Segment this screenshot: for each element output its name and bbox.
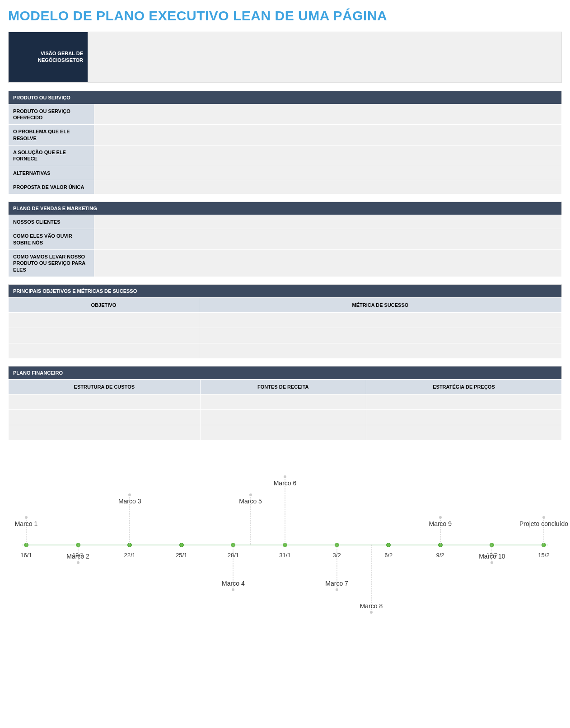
column-header: FONTES DE RECEITA bbox=[200, 379, 366, 394]
table-cell[interactable] bbox=[9, 394, 201, 409]
row-label: PROPOSTA DE VALOR ÚNICA bbox=[9, 180, 94, 194]
row-value[interactable] bbox=[94, 104, 562, 125]
row-value[interactable] bbox=[94, 229, 562, 250]
column-header: MÉTRICA DE SUCESSO bbox=[199, 297, 561, 312]
table-cell[interactable] bbox=[9, 409, 201, 425]
objectives-header: PRINCIPAIS OBJETIVOS E MÉTRICAS DE SUCES… bbox=[8, 284, 562, 297]
column-header: OBJETIVO bbox=[9, 297, 199, 312]
column-header: ESTRUTURA DE CUSTOS bbox=[9, 379, 201, 394]
row-label: ALTERNATIVAS bbox=[9, 166, 94, 180]
timeline-chart: 16/119/122/125/128/131/13/26/29/212/215/… bbox=[8, 463, 562, 626]
milestone-label: Marco 8 bbox=[360, 602, 383, 610]
row-label: NOSSOS CLIENTES bbox=[9, 215, 94, 229]
row-value[interactable] bbox=[94, 125, 562, 146]
milestone-dot bbox=[491, 561, 493, 564]
milestone-label: Marco 1 bbox=[15, 520, 38, 527]
milestone-dot bbox=[370, 611, 373, 614]
row-label: O PROBLEMA QUE ELE RESOLVE bbox=[9, 125, 94, 146]
sales-section: PLANO DE VENDAS E MARKETING NOSSOS CLIEN… bbox=[8, 202, 562, 277]
table-cell[interactable] bbox=[9, 343, 199, 358]
table-cell[interactable] bbox=[366, 394, 561, 409]
axis-tick-label: 16/1 bbox=[20, 552, 32, 559]
milestone-dot bbox=[284, 475, 286, 478]
milestone-dot bbox=[128, 493, 131, 496]
objectives-section: PRINCIPAIS OBJETIVOS E MÉTRICAS DE SUCES… bbox=[8, 284, 562, 359]
row-value[interactable] bbox=[94, 250, 562, 277]
row-value[interactable] bbox=[94, 215, 562, 229]
milestone-label: Marco 9 bbox=[429, 520, 452, 527]
table-cell[interactable] bbox=[200, 409, 366, 425]
axis-tick-label: 22/1 bbox=[124, 552, 135, 559]
milestone-dot bbox=[77, 561, 79, 564]
axis-tick bbox=[179, 543, 184, 547]
sales-header: PLANO DE VENDAS E MARKETING bbox=[8, 202, 562, 215]
financial-header: PLANO FINANCEIRO bbox=[8, 366, 562, 379]
milestone-label: Marco 6 bbox=[274, 479, 297, 487]
milestone-dot bbox=[542, 516, 545, 519]
table-cell[interactable] bbox=[9, 425, 201, 440]
axis-tick-label: 6/2 bbox=[384, 552, 392, 559]
overview-block: VISÃO GERAL DE NEGÓCIOS/SETOR bbox=[8, 32, 562, 83]
table-cell[interactable] bbox=[199, 343, 561, 358]
milestone-label: Marco 5 bbox=[239, 498, 262, 505]
product-section: PRODUTO OU SERVIÇO PRODUTO OU SERVIÇO OF… bbox=[8, 91, 562, 194]
product-table: PRODUTO OU SERVIÇO OFERECIDOO PROBLEMA Q… bbox=[8, 104, 562, 194]
row-label: PRODUTO OU SERVIÇO OFERECIDO bbox=[9, 104, 94, 125]
overview-content[interactable] bbox=[88, 32, 561, 82]
milestone-dot bbox=[439, 516, 442, 519]
milestone-label: Projeto concluído bbox=[519, 520, 568, 527]
financial-table: ESTRUTURA DE CUSTOSFONTES DE RECEITAESTR… bbox=[8, 379, 562, 441]
milestone-leader bbox=[285, 477, 285, 545]
axis-tick-label: 31/1 bbox=[279, 552, 290, 559]
milestone-dot bbox=[25, 516, 28, 519]
row-value[interactable] bbox=[94, 180, 562, 194]
row-value[interactable] bbox=[94, 145, 562, 166]
product-header: PRODUTO OU SERVIÇO bbox=[8, 91, 562, 104]
axis-tick-label: 15/2 bbox=[538, 552, 549, 559]
axis-tick bbox=[386, 543, 391, 547]
table-cell[interactable] bbox=[366, 409, 561, 425]
row-label: A SOLUÇÃO QUE ELE FORNECE bbox=[9, 145, 94, 166]
objectives-table: OBJETIVOMÉTRICA DE SUCESSO bbox=[8, 297, 562, 359]
financial-section: PLANO FINANCEIRO ESTRUTURA DE CUSTOSFONT… bbox=[8, 366, 562, 441]
table-cell[interactable] bbox=[366, 425, 561, 440]
table-cell[interactable] bbox=[199, 328, 561, 343]
axis-tick-label: 25/1 bbox=[176, 552, 187, 559]
milestone-dot bbox=[249, 493, 252, 496]
table-cell[interactable] bbox=[199, 312, 561, 328]
milestone-label: Marco 10 bbox=[479, 553, 505, 560]
table-cell[interactable] bbox=[9, 312, 199, 328]
milestone-label: Marco 4 bbox=[222, 580, 245, 587]
overview-label: VISÃO GERAL DE NEGÓCIOS/SETOR bbox=[9, 32, 88, 82]
milestone-label: Marco 3 bbox=[118, 498, 141, 505]
axis-tick-label: 9/2 bbox=[436, 552, 444, 559]
row-value[interactable] bbox=[94, 166, 562, 180]
row-label: COMO ELES VÃO OUVIR SOBRE NÓS bbox=[9, 229, 94, 250]
table-cell[interactable] bbox=[200, 425, 366, 440]
sales-table: NOSSOS CLIENTESCOMO ELES VÃO OUVIR SOBRE… bbox=[8, 215, 562, 277]
page-title: MODELO DE PLANO EXECUTIVO LEAN DE UMA PÁ… bbox=[8, 8, 562, 23]
table-cell[interactable] bbox=[9, 328, 199, 343]
milestone-dot bbox=[336, 588, 338, 591]
milestone-label: Marco 2 bbox=[66, 553, 89, 560]
milestone-label: Marco 7 bbox=[325, 580, 348, 587]
table-cell[interactable] bbox=[200, 394, 366, 409]
milestone-dot bbox=[232, 588, 234, 591]
column-header: ESTRATÉGIA DE PREÇOS bbox=[366, 379, 561, 394]
row-label: COMO VAMOS LEVAR NOSSO PRODUTO OU SERVIÇ… bbox=[9, 250, 94, 277]
